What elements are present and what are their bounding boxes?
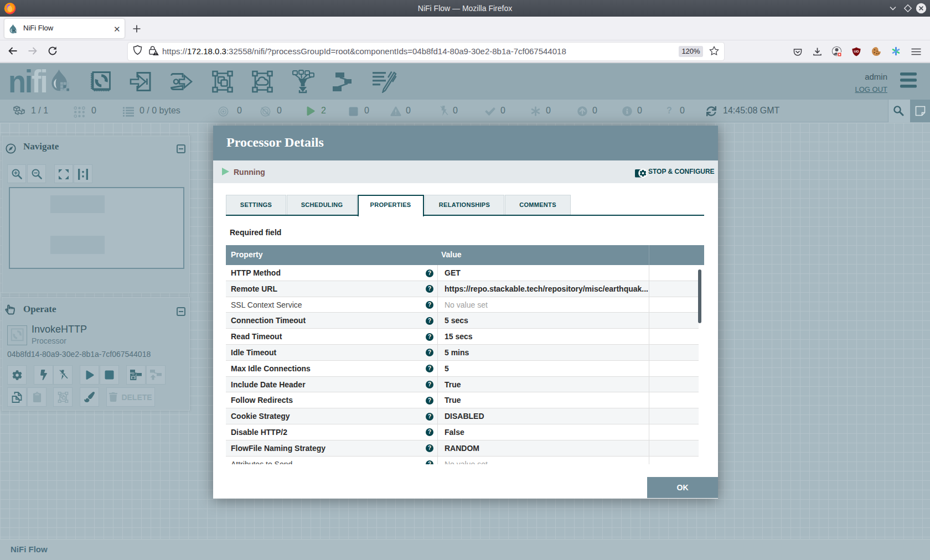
svg-text:UO: UO bbox=[854, 50, 859, 53]
